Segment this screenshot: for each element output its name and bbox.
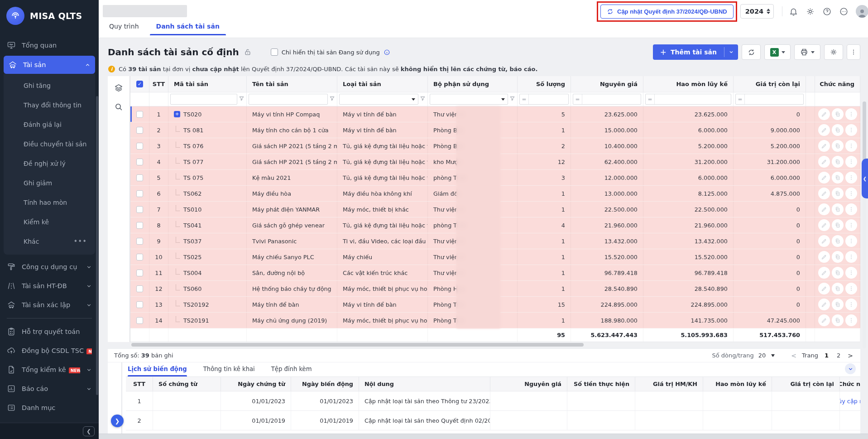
row-checkbox[interactable] bbox=[136, 127, 143, 134]
col-nguyen-gia[interactable]: Nguyên giá bbox=[571, 76, 643, 92]
search-icon[interactable] bbox=[114, 102, 123, 111]
edit-button[interactable] bbox=[818, 283, 830, 294]
page-1-button[interactable]: 1 bbox=[823, 352, 830, 359]
add-asset-split-button[interactable]: + Thêm tài sản bbox=[653, 44, 738, 60]
cancel-update-link[interactable]: Hủy cập nhật bbox=[840, 398, 860, 405]
col-hao-mon-luy-ke[interactable]: Hao mòn lũy kế bbox=[643, 76, 734, 92]
row-checkbox[interactable] bbox=[136, 301, 143, 308]
expand-row-icon[interactable]: + bbox=[174, 111, 180, 117]
col-gia-tri-con-lai[interactable]: Giá trị còn lại bbox=[734, 76, 806, 92]
row-more-button[interactable] bbox=[845, 188, 857, 199]
row-checkbox[interactable] bbox=[136, 174, 143, 181]
row-checkbox[interactable] bbox=[136, 238, 143, 245]
filter-funnel-icon[interactable] bbox=[329, 96, 335, 103]
copy-button[interactable] bbox=[832, 172, 844, 183]
more-options-icon[interactable] bbox=[839, 7, 849, 16]
dcol-stt[interactable]: STT bbox=[126, 377, 153, 391]
vertical-scrollbar[interactable] bbox=[863, 101, 866, 348]
row-more-button[interactable] bbox=[845, 203, 857, 215]
export-excel-button[interactable]: X bbox=[764, 44, 791, 60]
filter-funnel-icon[interactable] bbox=[509, 96, 515, 103]
tab-tep-dinh-kem[interactable]: Tệp đính kèm bbox=[271, 366, 312, 376]
col-chuc-nang[interactable]: Chức năng bbox=[815, 76, 860, 92]
user-avatar[interactable] bbox=[856, 5, 868, 18]
add-asset-dropdown[interactable] bbox=[724, 44, 738, 60]
col-so-luong[interactable]: Số lượng bbox=[518, 76, 571, 92]
row-checkbox[interactable] bbox=[136, 270, 143, 276]
row-checkbox[interactable] bbox=[136, 111, 143, 118]
row-more-button[interactable] bbox=[845, 140, 857, 152]
row-more-button[interactable] bbox=[845, 299, 857, 310]
dcol-gia-tri-con-lai[interactable]: Giá trị còn lại bbox=[772, 377, 840, 391]
app-logo[interactable]: MISA QLTS bbox=[0, 0, 99, 29]
refresh-button[interactable] bbox=[742, 44, 761, 60]
sidebar-group[interactable]: Tài sản HT-ĐB bbox=[0, 276, 99, 295]
sidebar-subitem[interactable]: Điều chuyển tài sản bbox=[4, 134, 95, 154]
sidebar-item-tai-san[interactable]: Tài sản bbox=[4, 56, 95, 74]
copy-button[interactable] bbox=[832, 267, 844, 279]
filter-funnel-icon[interactable] bbox=[420, 96, 426, 103]
filter-number-input[interactable]: = bbox=[735, 94, 804, 105]
add-asset-button[interactable]: + Thêm tài sản bbox=[653, 44, 724, 60]
copy-button[interactable] bbox=[832, 314, 844, 326]
tab-danh-sach-tai-san[interactable]: Danh sách tài sản bbox=[156, 23, 220, 35]
row-more-button[interactable] bbox=[845, 124, 857, 136]
copy-button[interactable] bbox=[832, 235, 844, 247]
table-settings-button[interactable] bbox=[824, 44, 843, 60]
equals-operator[interactable]: = bbox=[573, 94, 582, 104]
equals-operator[interactable]: = bbox=[736, 94, 745, 104]
dcol-nguyen-gia[interactable]: Nguyên giá bbox=[490, 377, 567, 391]
sidebar-subitem[interactable]: Khác••• bbox=[4, 232, 95, 251]
row-more-button[interactable] bbox=[845, 108, 857, 120]
row-checkbox[interactable] bbox=[136, 317, 143, 324]
tab-quy-trinh[interactable]: Quy trình bbox=[109, 23, 139, 35]
filter-select[interactable] bbox=[339, 94, 418, 105]
help-icon[interactable] bbox=[822, 7, 832, 16]
row-checkbox[interactable] bbox=[136, 254, 143, 261]
window-horizontal-scrollbar[interactable] bbox=[99, 434, 868, 439]
prev-page-button[interactable]: < bbox=[790, 352, 797, 359]
copy-button[interactable] bbox=[832, 156, 844, 168]
edit-button[interactable] bbox=[818, 140, 830, 152]
filter-active-assets-checkbox-group[interactable]: Chỉ hiển thị tài sản Đang sử dụng bbox=[271, 48, 390, 56]
row-checkbox[interactable] bbox=[136, 206, 143, 213]
rows-per-page-dropdown-icon[interactable] bbox=[771, 354, 775, 357]
copy-button[interactable] bbox=[832, 124, 844, 136]
row-checkbox[interactable] bbox=[136, 159, 143, 165]
filter-input[interactable] bbox=[170, 94, 237, 105]
copy-button[interactable] bbox=[832, 299, 844, 310]
sidebar-subitem[interactable]: Kiểm kê bbox=[4, 212, 95, 232]
dcol-so-tien-thuc-hien[interactable]: Số tiền thực hiện bbox=[567, 377, 635, 391]
sidebar-scrollbar[interactable] bbox=[96, 96, 98, 395]
horizontal-scrollbar-thumb[interactable] bbox=[131, 343, 584, 347]
sidebar-collapse-button[interactable]: ❮ bbox=[83, 426, 95, 436]
tab-thong-tin-ke-khai[interactable]: Thông tin kê khai bbox=[203, 366, 255, 376]
tab-lich-su-bien-dong[interactable]: Lịch sử biến động bbox=[128, 366, 187, 376]
col-stt[interactable]: STT bbox=[149, 76, 168, 92]
filter-active-assets-checkbox[interactable] bbox=[271, 48, 278, 56]
copy-button[interactable] bbox=[832, 251, 844, 263]
rows-per-page-value[interactable]: 20 bbox=[758, 352, 766, 359]
row-more-button[interactable] bbox=[845, 156, 857, 168]
detail-row[interactable]: 201/01/201901/01/2019Cập nhật loại tài s… bbox=[126, 411, 860, 430]
edit-button[interactable] bbox=[818, 188, 830, 199]
dcol-chuc-nang[interactable]: Chức năng bbox=[840, 377, 860, 391]
print-button[interactable] bbox=[794, 44, 820, 60]
next-page-button[interactable]: > bbox=[847, 352, 854, 359]
row-checkbox[interactable] bbox=[136, 190, 143, 197]
filter-number-input[interactable]: = bbox=[645, 94, 731, 105]
row-more-button[interactable] bbox=[845, 314, 857, 326]
edit-button[interactable] bbox=[818, 172, 830, 183]
select-all-checkbox[interactable]: ✓ bbox=[136, 81, 143, 87]
copy-button[interactable] bbox=[832, 108, 844, 120]
sidebar-tool[interactable]: Báo cáo bbox=[0, 379, 99, 398]
unlock-icon[interactable] bbox=[244, 48, 252, 56]
more-actions-button[interactable] bbox=[847, 44, 860, 60]
sidebar-subitem[interactable]: Tính hao mòn bbox=[4, 193, 95, 212]
copy-button[interactable] bbox=[832, 283, 844, 294]
edit-button[interactable] bbox=[818, 299, 830, 310]
col-bo-phan-su-dung[interactable]: Bộ phận sử dụng bbox=[428, 76, 518, 92]
dcol-ngay-bien-dong[interactable]: Ngày biến động bbox=[291, 377, 359, 391]
sidebar-subitem[interactable]: Đề nghị xử lý bbox=[4, 154, 95, 173]
row-checkbox[interactable] bbox=[136, 222, 143, 229]
